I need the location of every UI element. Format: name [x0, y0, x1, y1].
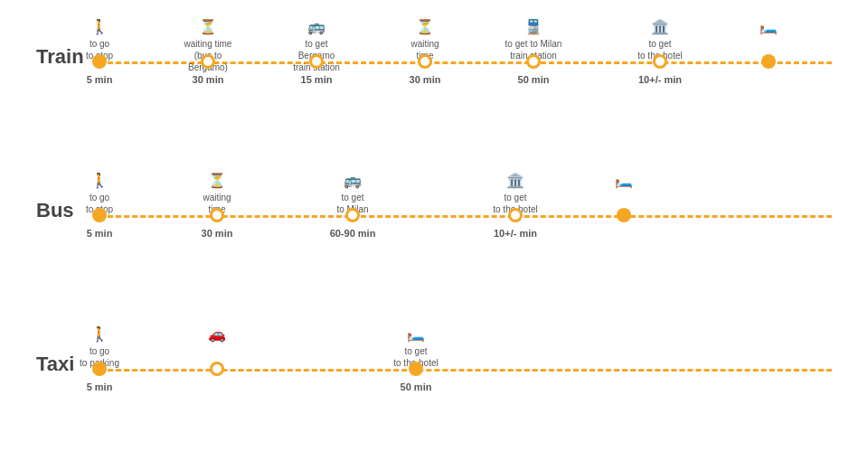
time-label-train-0: 5 min	[87, 74, 113, 85]
time-label-taxi-0: 5 min	[87, 381, 113, 392]
dot-train-6	[761, 54, 776, 69]
dot-train-5	[653, 54, 667, 69]
time-label-taxi-2: 50 min	[401, 381, 432, 392]
dot-bus-4	[617, 208, 631, 222]
step-label-above-train-6: 🛏️	[737, 18, 800, 38]
route-line-wrapper-taxi: 🚶to go to parking5 min🚗🛏️to get to the h…	[99, 325, 832, 398]
step-label-above-bus-4: 🛏️	[592, 172, 656, 192]
time-label-train-4: 50 min	[518, 74, 550, 85]
step-icon-train-0: 🚶	[68, 18, 131, 37]
step-icon-train-2: 🚌	[285, 18, 348, 37]
step-icon-bus-2: 🚌	[321, 172, 384, 191]
step-icon-taxi-2: 🛏️	[384, 325, 448, 344]
diagram-container: Train🚶to go to stop5 min⏳waiting time (b…	[0, 0, 868, 36]
time-label-bus-0: 5 min	[87, 228, 113, 239]
time-label-train-5: 10+/- min	[638, 74, 682, 85]
route-train: Train🚶to go to stop5 min⏳waiting time (b…	[36, 18, 832, 90]
step-icon-taxi-0: 🚶	[68, 325, 131, 344]
step-icon-train-3: ⏳	[393, 18, 457, 37]
dot-taxi-1	[210, 362, 224, 376]
dot-taxi-2	[409, 362, 423, 376]
route-line-wrapper-train: 🚶to go to stop5 min⏳waiting time (bus to…	[99, 18, 832, 90]
time-label-train-3: 30 min	[410, 74, 441, 85]
dot-train-1	[201, 54, 215, 69]
step-icon-train-1: ⏳	[176, 18, 240, 37]
step-icon-bus-3: 🏛️	[484, 172, 547, 191]
time-label-bus-2: 60-90 min	[330, 228, 376, 239]
step-label-above-taxi-1: 🚗	[185, 325, 249, 345]
step-icon-train-4: 🚆	[502, 18, 565, 37]
step-icon-taxi-1: 🚗	[185, 325, 249, 344]
route-taxi: Taxi🚶to go to parking5 min🚗🛏️to get to t…	[36, 325, 832, 398]
dot-bus-0	[92, 208, 107, 222]
dot-bus-1	[210, 208, 224, 222]
step-icon-bus-1: ⏳	[185, 172, 249, 191]
step-icon-train-5: 🏛️	[628, 18, 692, 37]
step-icon-train-6: 🛏️	[737, 18, 800, 37]
step-icon-bus-0: 🚶	[68, 172, 131, 191]
dot-train-0	[92, 54, 107, 69]
time-label-bus-1: 30 min	[202, 228, 233, 239]
step-icon-bus-4: 🛏️	[592, 172, 656, 191]
route-line-wrapper-bus: 🚶to go to stop5 min⏳waiting time30 min🚌t…	[99, 172, 832, 244]
time-label-train-1: 30 min	[193, 74, 224, 85]
dot-bus-2	[345, 208, 360, 222]
time-label-bus-3: 10+/- min	[494, 228, 537, 239]
dot-bus-3	[508, 208, 523, 222]
time-label-train-2: 15 min	[301, 74, 333, 85]
dot-train-3	[418, 54, 432, 69]
dot-train-2	[309, 54, 324, 69]
dot-train-4	[526, 54, 541, 69]
dot-taxi-0	[92, 362, 107, 376]
route-bus: Bus🚶to go to stop5 min⏳waiting time30 mi…	[36, 172, 832, 244]
